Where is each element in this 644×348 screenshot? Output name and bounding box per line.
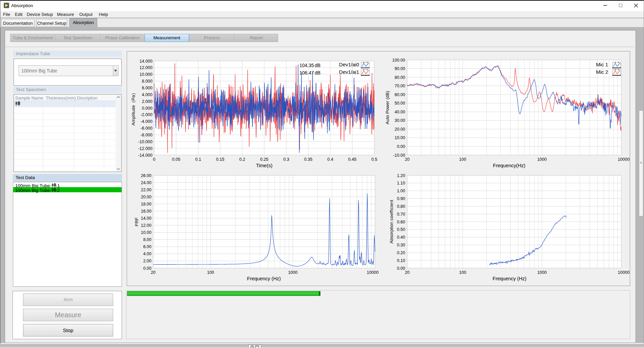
svg-text:Mic 2: Mic 2: [596, 69, 608, 75]
svg-text:0.25: 0.25: [260, 157, 268, 162]
svg-text:8.000: 8.000: [142, 79, 152, 84]
svg-text:4.00: 4.00: [143, 252, 151, 256]
svg-text:26.00: 26.00: [141, 173, 151, 178]
svg-text:20.00: 20.00: [141, 195, 151, 199]
svg-text:50.00: 50.00: [395, 101, 405, 106]
svg-text:0.000: 0.000: [142, 106, 152, 111]
svg-text:0.30: 0.30: [397, 243, 405, 247]
svg-text:20: 20: [151, 270, 155, 275]
svg-text:100.00: 100.00: [392, 58, 405, 63]
svg-text:18.00: 18.00: [141, 202, 151, 206]
svg-text:100: 100: [459, 270, 466, 275]
svg-text:0.15: 0.15: [216, 157, 224, 162]
svg-text:10.00: 10.00: [141, 230, 151, 235]
svg-text:0.40: 0.40: [397, 235, 405, 240]
svg-text:16.00: 16.00: [141, 209, 151, 214]
svg-text:-8.000: -8.000: [141, 133, 152, 137]
svg-text:Mic 1: Mic 1: [596, 62, 608, 67]
svg-text:0.2: 0.2: [239, 157, 245, 162]
svg-text:12.00: 12.00: [141, 223, 151, 228]
svg-text:1.10: 1.10: [397, 181, 405, 186]
svg-text:60.00: 60.00: [395, 92, 405, 97]
svg-text:-2.000: -2.000: [141, 112, 152, 117]
svg-text:14.000: 14.000: [140, 59, 152, 64]
svg-text:-6.000: -6.000: [141, 126, 152, 131]
svg-text:-10.000: -10.000: [138, 139, 152, 144]
svg-text:10000: 10000: [618, 270, 630, 275]
svg-text:0.1: 0.1: [195, 157, 201, 162]
svg-text:0.4: 0.4: [327, 157, 333, 162]
svg-text:40.00: 40.00: [395, 110, 405, 114]
svg-text:14.00: 14.00: [141, 216, 151, 221]
svg-text:0.5: 0.5: [371, 157, 377, 162]
svg-text:0.45: 0.45: [348, 157, 356, 162]
svg-text:Amplitude（Pa）: Amplitude（Pa）: [131, 90, 136, 126]
svg-text:106.47: 106.47: [299, 70, 314, 75]
svg-text:100: 100: [207, 270, 214, 275]
svg-text:0.3: 0.3: [283, 157, 289, 162]
svg-text:8.00: 8.00: [143, 237, 151, 242]
svg-text:1000: 1000: [288, 270, 297, 275]
svg-text:Absorption coefficient: Absorption coefficient: [389, 200, 394, 243]
svg-text:20.00: 20.00: [395, 127, 405, 132]
svg-text:10.000: 10.000: [140, 72, 152, 77]
svg-text:-4.000: -4.000: [141, 119, 152, 124]
svg-text:Frequency (Hz): Frequency (Hz): [247, 276, 281, 281]
svg-text:10000: 10000: [618, 157, 630, 162]
svg-text:Frequency(Hz): Frequency(Hz): [493, 163, 525, 168]
svg-text:90.00: 90.00: [395, 66, 405, 71]
svg-text:dB: dB: [315, 63, 320, 68]
svg-text:-12.000: -12.000: [138, 146, 152, 151]
svg-text:0.70: 0.70: [397, 212, 405, 217]
svg-text:0.10: 0.10: [397, 258, 405, 263]
svg-text:-14.000: -14.000: [138, 153, 152, 158]
svg-text:10000: 10000: [367, 270, 379, 275]
svg-text:0.35: 0.35: [304, 157, 312, 162]
svg-text:6.000: 6.000: [142, 86, 152, 90]
svg-text:1.00: 1.00: [397, 189, 405, 193]
svg-text:104.35: 104.35: [299, 63, 314, 68]
svg-text:10.00: 10.00: [395, 135, 405, 140]
svg-text:2.000: 2.000: [142, 99, 152, 104]
svg-text:24.00: 24.00: [141, 180, 151, 185]
svg-text:1000: 1000: [537, 157, 547, 162]
svg-text:Dev1/ai1: Dev1/ai1: [339, 69, 359, 75]
svg-text:1.20: 1.20: [397, 173, 405, 178]
svg-text:6.00: 6.00: [143, 244, 151, 249]
svg-text:20: 20: [405, 157, 410, 162]
svg-text:0.00: 0.00: [143, 266, 151, 271]
svg-text:Time(s): Time(s): [256, 163, 273, 168]
svg-text:FRF: FRF: [134, 217, 139, 226]
svg-text:0.60: 0.60: [397, 220, 405, 224]
svg-text:0.50: 0.50: [397, 227, 405, 232]
svg-text:Auto Power (dB): Auto Power (dB): [385, 91, 390, 124]
svg-text:70.00: 70.00: [395, 84, 405, 88]
svg-text:30.00: 30.00: [395, 118, 405, 123]
svg-text:0.20: 0.20: [397, 251, 405, 255]
svg-text:0.00: 0.00: [397, 266, 405, 271]
svg-text:0.80: 0.80: [397, 204, 405, 209]
svg-text:0: 0: [153, 157, 155, 162]
svg-text:20: 20: [405, 270, 410, 275]
svg-text:12.000: 12.000: [140, 65, 152, 70]
svg-text:1000: 1000: [537, 270, 547, 275]
svg-text:22.00: 22.00: [141, 188, 151, 192]
svg-text:Dev1/ai0: Dev1/ai0: [339, 62, 359, 67]
svg-text:4.000: 4.000: [142, 92, 152, 97]
svg-text:80.00: 80.00: [395, 75, 405, 80]
svg-text:dB: dB: [315, 70, 320, 75]
svg-text:2.00: 2.00: [143, 259, 151, 263]
svg-text:0.00: 0.00: [397, 144, 405, 149]
svg-text:0.05: 0.05: [172, 157, 180, 162]
svg-text:0.90: 0.90: [397, 196, 405, 201]
svg-text:Frequency (Hz): Frequency (Hz): [493, 276, 526, 281]
svg-text:-10.00: -10.00: [393, 153, 405, 158]
svg-text:100: 100: [459, 157, 466, 162]
